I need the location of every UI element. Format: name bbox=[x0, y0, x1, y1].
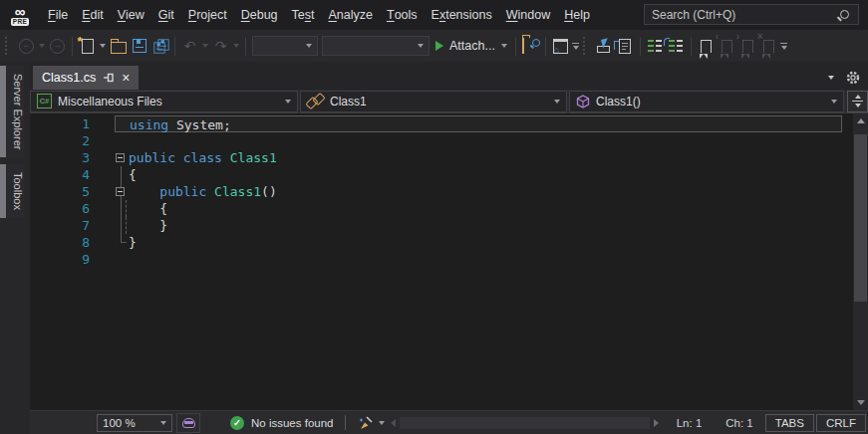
toolbar-overflow-button[interactable] bbox=[571, 34, 581, 58]
line-number[interactable]: 9 bbox=[30, 251, 92, 268]
redo-button[interactable]: ↷ bbox=[210, 34, 231, 58]
line-number[interactable]: 8 bbox=[30, 234, 92, 251]
save-all-icon bbox=[152, 38, 168, 54]
document-tab-class1[interactable]: Class1.cs × bbox=[33, 66, 139, 90]
new-file-button[interactable]: * bbox=[77, 34, 98, 58]
bookmark-icon bbox=[701, 40, 712, 53]
search-box[interactable]: Search (Ctrl+Q) bbox=[644, 4, 859, 25]
line-body: public class Class1 bbox=[115, 149, 842, 166]
line-number[interactable]: 3 bbox=[30, 149, 92, 166]
code-text: using System; bbox=[130, 116, 231, 131]
outlining-margin[interactable] bbox=[115, 200, 129, 217]
line-indicator[interactable]: Ln: 1 bbox=[677, 417, 703, 429]
menu-window[interactable]: Window bbox=[499, 0, 557, 30]
type-dropdown[interactable]: Class1 bbox=[300, 91, 567, 112]
collapse-region-icon[interactable] bbox=[116, 153, 125, 162]
navigate-forward-button[interactable] bbox=[47, 34, 68, 58]
code-text: public class Class1 bbox=[129, 149, 277, 166]
toolbar-grip-handle[interactable] bbox=[5, 37, 12, 55]
outlining-margin[interactable] bbox=[116, 116, 130, 131]
column-indicator[interactable]: Ch: 1 bbox=[725, 417, 753, 429]
undo-dropdown[interactable] bbox=[200, 34, 210, 58]
pin-icon[interactable] bbox=[103, 72, 115, 84]
comment-lines-button[interactable] bbox=[645, 34, 666, 58]
scroll-down-icon[interactable] bbox=[857, 400, 865, 405]
line-body: } bbox=[115, 217, 842, 234]
outlining-margin[interactable] bbox=[115, 149, 129, 166]
platform-combo[interactable] bbox=[322, 36, 430, 56]
parameter-info-button[interactable] bbox=[615, 34, 636, 58]
outlining-margin[interactable] bbox=[115, 251, 129, 268]
scroll-right-icon[interactable] bbox=[654, 419, 659, 427]
navigate-backward-dropdown[interactable] bbox=[37, 34, 47, 58]
menu-analyze[interactable]: Analyze bbox=[322, 0, 380, 30]
line-number[interactable]: 7 bbox=[30, 217, 92, 234]
code-editor[interactable]: 1using System;23public class Class14{5 p… bbox=[30, 113, 868, 410]
configuration-combo[interactable] bbox=[252, 36, 318, 56]
toolbox-tab[interactable]: Toolbox bbox=[0, 164, 24, 218]
tab-list-dropdown[interactable] bbox=[828, 76, 834, 80]
copilot-status-button[interactable] bbox=[176, 413, 200, 433]
scroll-up-icon[interactable] bbox=[857, 118, 865, 123]
redo-dropdown[interactable] bbox=[231, 34, 241, 58]
line-number[interactable]: 4 bbox=[30, 166, 92, 183]
member-list-button[interactable] bbox=[594, 34, 615, 58]
find-in-files-button[interactable] bbox=[520, 34, 541, 58]
line-number[interactable]: 1 bbox=[30, 115, 92, 132]
outlining-margin[interactable] bbox=[115, 132, 129, 149]
split-window-button[interactable] bbox=[847, 91, 868, 112]
new-file-dropdown[interactable] bbox=[98, 34, 108, 58]
gear-icon[interactable] bbox=[846, 71, 860, 85]
code-cleanup-button[interactable] bbox=[358, 415, 385, 431]
menu-tools[interactable]: Tools bbox=[380, 0, 425, 30]
save-all-button[interactable] bbox=[149, 34, 170, 58]
line-number[interactable]: 5 bbox=[30, 183, 92, 200]
toolbar-grip-handle[interactable] bbox=[583, 37, 590, 55]
menu-project[interactable]: Project bbox=[181, 0, 234, 30]
zoom-combo[interactable]: 100 % bbox=[97, 414, 172, 432]
outlining-margin[interactable] bbox=[115, 234, 129, 251]
menu-view[interactable]: View bbox=[111, 0, 151, 30]
member-list-icon bbox=[597, 39, 612, 53]
clear-bookmarks-button[interactable]: × bbox=[758, 34, 779, 58]
outlining-margin[interactable] bbox=[115, 217, 129, 234]
member-dropdown[interactable]: Class1() bbox=[569, 91, 844, 112]
menu-help[interactable]: Help bbox=[557, 0, 597, 30]
vertical-scrollbar-thumb[interactable] bbox=[854, 134, 867, 302]
menu-edit[interactable]: Edit bbox=[75, 0, 111, 30]
solution-explorer-button[interactable] bbox=[550, 34, 571, 58]
server-explorer-tab[interactable]: Server Explorer bbox=[0, 66, 24, 157]
horizontal-scrollbar[interactable] bbox=[391, 411, 658, 434]
horizontal-scrollbar-thumb[interactable] bbox=[400, 417, 649, 429]
save-button[interactable] bbox=[129, 34, 149, 58]
vertical-scrollbar[interactable] bbox=[853, 113, 868, 410]
scroll-left-icon[interactable] bbox=[391, 419, 396, 427]
menu-extensions[interactable]: Extensions bbox=[425, 0, 499, 30]
menu-test[interactable]: Test bbox=[285, 0, 322, 30]
line-body: public Class1() bbox=[115, 183, 842, 200]
outlining-margin[interactable] bbox=[115, 166, 129, 183]
collapse-region-icon[interactable] bbox=[116, 187, 125, 196]
toolbar-overflow-button[interactable] bbox=[779, 34, 789, 58]
toggle-bookmark-button[interactable] bbox=[696, 34, 717, 58]
menu-debug[interactable]: Debug bbox=[234, 0, 285, 30]
outlining-margin[interactable] bbox=[115, 183, 129, 200]
next-bookmark-button[interactable]: › bbox=[737, 34, 758, 58]
project-dropdown[interactable]: C# Miscellaneous Files bbox=[30, 91, 298, 112]
document-health-indicator[interactable]: ✓ No issues found bbox=[230, 416, 333, 430]
member-dropdown-value: Class1() bbox=[596, 95, 825, 108]
attach-button[interactable]: Attach... bbox=[432, 39, 511, 53]
line-number[interactable]: 6 bbox=[30, 200, 92, 217]
menu-file[interactable]: File bbox=[41, 0, 75, 30]
close-icon[interactable]: × bbox=[122, 72, 130, 84]
navigate-backward-button[interactable] bbox=[16, 34, 37, 58]
undo-button[interactable]: ↶ bbox=[179, 34, 200, 58]
line-ending-indicator[interactable]: CRLF bbox=[816, 414, 866, 432]
open-file-button[interactable] bbox=[108, 34, 129, 58]
indent-mode-indicator[interactable]: TABS bbox=[765, 414, 814, 432]
uncomment-lines-button[interactable] bbox=[666, 34, 687, 58]
line-number[interactable]: 2 bbox=[30, 132, 92, 149]
menu-git[interactable]: Git bbox=[151, 0, 181, 30]
start-debug-icon bbox=[435, 41, 443, 51]
previous-bookmark-button[interactable]: ‹ bbox=[717, 34, 737, 58]
